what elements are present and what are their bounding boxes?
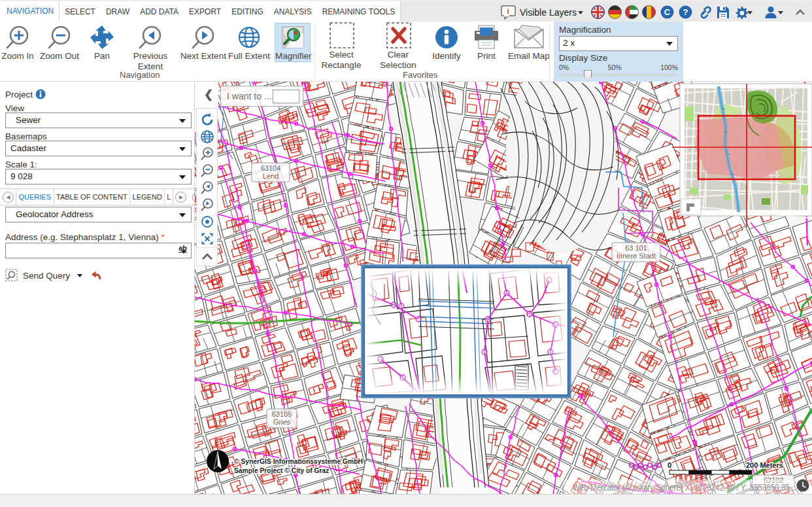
svg-text:Gries: Gries: [273, 418, 291, 426]
svg-text:Web Mercator (Auxiliary Sphere: Web Mercator (Auxiliary Sphere) X: 17182…: [573, 482, 790, 493]
svg-text:?: ?: [683, 7, 688, 17]
svg-text:Innere Stadt: Innere Stadt: [617, 252, 656, 260]
svg-text:i: i: [507, 7, 509, 14]
svg-text:63104: 63104: [261, 164, 281, 172]
svg-text:200 Meters: 200 Meters: [746, 461, 783, 469]
svg-text:Lend: Lend: [263, 172, 279, 180]
svg-text:63 101: 63 101: [625, 244, 647, 252]
svg-text:Sample Project © City of Graz: Sample Project © City of Graz: [234, 467, 330, 474]
svg-text:63105: 63105: [272, 410, 292, 418]
svg-text:© SynerGIS Informationssysteme: © SynerGIS Informationssysteme GmbH: [234, 458, 363, 465]
svg-text:C: C: [664, 7, 671, 17]
svg-text:0: 0: [668, 461, 671, 469]
